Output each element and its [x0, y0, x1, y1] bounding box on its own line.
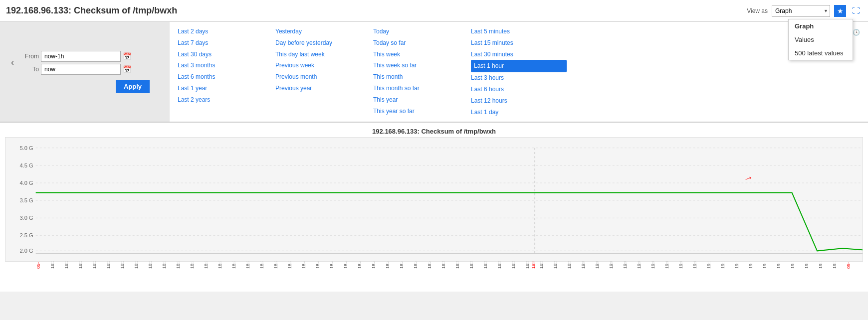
svg-text:19:03: 19:03: [609, 262, 614, 269]
svg-text:2.5 G: 2.5 G: [19, 233, 33, 239]
ql-last3months[interactable]: Last 3 months: [178, 60, 273, 71]
from-input[interactable]: [41, 51, 121, 62]
svg-text:19:13: 19:13: [748, 262, 753, 269]
svg-text:18:33: 18:33: [204, 262, 209, 269]
svg-text:5.0 G: 5.0 G: [19, 145, 33, 151]
ql-last7days[interactable]: Last 7 days: [178, 37, 273, 49]
ql-last12hours[interactable]: Last 12 hours: [471, 95, 567, 107]
svg-text:18:26: 18:26: [106, 262, 111, 269]
from-calendar-icon[interactable]: 📅: [123, 52, 131, 60]
ql-last2years[interactable]: Last 2 years: [178, 94, 273, 106]
top-section-inner: ‹ From 📅 To 📅: [0, 22, 868, 122]
dropdown-item-values[interactable]: Values: [789, 33, 853, 46]
svg-text:18:53: 18:53: [483, 262, 488, 269]
page-title: 192.168.96.133: Checksum of /tmp/bwxh: [6, 5, 177, 16]
ql-last6hours[interactable]: Last 6 hours: [471, 84, 567, 95]
clock-icon: 🕓: [853, 27, 860, 38]
svg-text:18:59: 18:59: [567, 262, 572, 269]
ql-last1day[interactable]: Last 1 day: [471, 107, 567, 118]
svg-text:18:48: 18:48: [413, 262, 418, 269]
ql-last5min[interactable]: Last 5 minutes: [471, 26, 567, 37]
quick-links-col1: Last 2 days Last 7 days Last 30 days Las…: [178, 26, 273, 118]
quick-links-area: Last 2 days Last 7 days Last 30 days Las…: [170, 22, 868, 122]
svg-text:19:16: 19:16: [790, 262, 795, 269]
view-as-label: View as: [747, 7, 768, 14]
svg-text:18:32: 18:32: [190, 262, 195, 269]
svg-text:18:29: 18:29: [148, 262, 153, 269]
header-bar: 192.168.96.133: Checksum of /tmp/bwxh Vi…: [0, 0, 868, 22]
quick-links-col3: Today Today so far This week This week s…: [373, 26, 469, 118]
ql-prevyear[interactable]: Previous year: [275, 83, 371, 94]
ql-last2days[interactable]: Last 2 days: [178, 26, 273, 37]
x-axis-ticks: 05-17 18:20 18:22 18:23 18:24 18:25 18:2…: [35, 262, 863, 287]
svg-text:19:07: 19:07: [664, 262, 669, 269]
ql-last6months[interactable]: Last 6 months: [178, 71, 273, 83]
svg-text:19:17: 19:17: [804, 262, 809, 269]
star-button[interactable]: ★: [834, 5, 846, 17]
svg-text:19:14: 19:14: [762, 262, 767, 269]
ql-last30min[interactable]: Last 30 minutes: [471, 49, 567, 60]
chart-svg: 5.0 G 4.5 G 4.0 G 3.5 G 3.0 G 2.5 G 2.0 …: [5, 138, 863, 261]
ql-thisweek[interactable]: This week: [373, 49, 469, 60]
ql-thisyearsofar[interactable]: This year so far: [373, 106, 469, 117]
svg-text:18:44: 18:44: [357, 262, 362, 269]
apply-button[interactable]: Apply: [116, 80, 150, 93]
ql-prevmonth[interactable]: Previous month: [275, 71, 371, 83]
svg-text:19:00: 19:00: [531, 262, 536, 269]
svg-text:18:37: 18:37: [259, 262, 264, 269]
svg-text:18:41: 18:41: [315, 262, 320, 269]
ql-last1year[interactable]: Last 1 year: [178, 83, 273, 94]
date-range-section: From 📅 To 📅: [24, 51, 131, 75]
ql-daybefore[interactable]: Day before yesterday: [275, 37, 371, 49]
svg-text:18:31: 18:31: [176, 262, 181, 269]
view-as-select-wrapper: Graph Values 500 latest values: [772, 5, 830, 17]
ql-todaysofar[interactable]: Today so far: [373, 37, 469, 49]
ql-last1hour-active[interactable]: Last 1 hour: [471, 60, 567, 72]
expand-button[interactable]: ⛶: [850, 5, 862, 17]
view-as-dropdown: Graph Values 500 latest values: [788, 19, 853, 60]
ql-last30days[interactable]: Last 30 days: [178, 49, 273, 60]
svg-rect-0: [5, 138, 863, 261]
ql-thismonthsofar[interactable]: This month so far: [373, 83, 469, 94]
to-label: To: [24, 66, 39, 73]
svg-text:18:27: 18:27: [120, 262, 125, 269]
to-input[interactable]: [41, 64, 121, 75]
svg-text:18:51: 18:51: [455, 262, 460, 269]
dropdown-item-500latest[interactable]: 500 latest values: [789, 46, 853, 60]
svg-text:18:55: 18:55: [511, 262, 516, 269]
svg-text:4.5 G: 4.5 G: [19, 162, 33, 168]
svg-text:18:46: 18:46: [385, 262, 390, 269]
svg-text:18:49: 18:49: [427, 262, 432, 269]
svg-text:19:05: 19:05: [637, 262, 642, 269]
svg-text:18:52: 18:52: [469, 262, 474, 269]
to-calendar-icon[interactable]: 📅: [123, 65, 131, 73]
ql-last3hours[interactable]: Last 3 hours: [471, 72, 567, 84]
ql-thisdaylastweek[interactable]: This day last week: [275, 49, 371, 60]
view-as-select[interactable]: Graph Values 500 latest values: [772, 5, 830, 17]
svg-text:19:04: 19:04: [623, 262, 628, 269]
ql-thisweeksofar[interactable]: This week so far: [373, 60, 469, 71]
ql-today[interactable]: Today: [373, 26, 469, 37]
ql-prevweek[interactable]: Previous week: [275, 60, 371, 71]
svg-text:18:40: 18:40: [301, 262, 306, 269]
svg-text:19:19: 19:19: [832, 262, 837, 269]
svg-text:19:08: 19:08: [678, 262, 683, 269]
svg-text:19:15: 19:15: [776, 262, 781, 269]
from-row: From 📅: [24, 51, 131, 62]
svg-text:19:11: 19:11: [720, 262, 725, 269]
ql-yesterday[interactable]: Yesterday: [275, 26, 371, 37]
chart-container: 5.0 G 4.5 G 4.0 G 3.5 G 3.0 G 2.5 G 2.0 …: [5, 137, 863, 262]
nav-back-button[interactable]: ‹: [8, 57, 17, 68]
ql-thismonth[interactable]: This month: [373, 71, 469, 83]
svg-text:18:45: 18:45: [371, 262, 376, 269]
svg-text:18:34: 18:34: [217, 262, 222, 269]
svg-text:18:38: 18:38: [273, 262, 278, 269]
dropdown-item-graph[interactable]: Graph: [789, 19, 853, 33]
x-axis-container: 05-17 18:20 18:22 18:23 18:24 18:25 18:2…: [35, 262, 863, 287]
svg-text:18:23: 18:23: [64, 262, 69, 269]
svg-text:05-17 19:20: 05-17 19:20: [846, 262, 851, 269]
svg-text:18:54: 18:54: [497, 262, 502, 269]
ql-last15min[interactable]: Last 15 minutes: [471, 37, 567, 49]
svg-text:19:18: 19:18: [818, 262, 823, 269]
ql-thisyear[interactable]: This year: [373, 94, 469, 106]
